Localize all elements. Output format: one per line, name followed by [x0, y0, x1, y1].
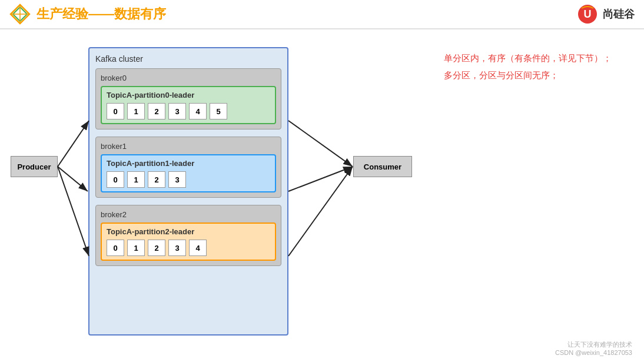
num-0-3: 3 [168, 103, 186, 119]
num-2-2: 2 [148, 240, 165, 256]
num-2-1: 1 [127, 240, 145, 256]
broker0-label: broker0 [101, 74, 276, 82]
num-2-3: 3 [168, 240, 186, 256]
main-content: Producer Consumer Kafka cluster broker0 … [0, 29, 644, 362]
svg-line-10 [288, 121, 353, 167]
broker2-label: broker2 [101, 210, 276, 219]
kafka-cluster: Kafka cluster broker0 TopicA-partition0-… [88, 47, 288, 336]
logo-text: 尚硅谷 [603, 7, 635, 21]
text-line-2: 多分区，分区与分区间无序； [444, 70, 632, 81]
logo-icon: U [576, 4, 599, 25]
text-line-1: 单分区内，有序（有条件的，详见下节）； [444, 53, 632, 64]
partition1-numbers: 0 1 2 3 [107, 171, 270, 188]
partition2-box: TopicA-partition2-leader 0 1 2 3 4 [101, 222, 276, 261]
partition2-numbers: 0 1 2 3 4 [107, 240, 270, 256]
svg-line-9 [58, 167, 89, 256]
broker1-box: broker1 TopicA-partition1-leader 0 1 2 3 [95, 137, 281, 198]
partition1-box: TopicA-partition1-leader 0 1 2 3 [101, 154, 276, 192]
svg-line-7 [58, 121, 89, 167]
svg-line-12 [288, 167, 353, 256]
watermark: 让天下没有难学的技术 CSDN @weixin_41827053 [555, 340, 632, 356]
kafka-cluster-label: Kafka cluster [95, 54, 281, 64]
consumer-box: Consumer [353, 156, 412, 177]
watermark-line1: 让天下没有难学的技术 [555, 340, 632, 349]
num-1-2: 2 [148, 171, 165, 188]
partition0-numbers: 0 1 2 3 4 5 [107, 103, 270, 119]
diagram-area: Producer Consumer Kafka cluster broker0 … [0, 29, 432, 362]
producer-box: Producer [11, 156, 58, 177]
num-0-0: 0 [107, 103, 124, 119]
diamond-icon [9, 4, 31, 25]
num-1-1: 1 [127, 171, 145, 188]
partition2-title: TopicA-partition2-leader [107, 227, 270, 236]
text-panel: 单分区内，有序（有条件的，详见下节）； 多分区，分区与分区间无序； [432, 29, 644, 362]
num-0-2: 2 [148, 103, 165, 119]
num-0-1: 1 [127, 103, 145, 119]
num-1-0: 0 [107, 171, 124, 188]
watermark-line2: CSDN @weixin_41827053 [555, 349, 632, 356]
num-0-4: 4 [189, 103, 207, 119]
partition1-title: TopicA-partition1-leader [107, 159, 270, 168]
svg-line-8 [58, 167, 88, 191]
svg-text:U: U [584, 8, 592, 20]
num-2-4: 4 [189, 240, 207, 256]
consumer-label: Consumer [364, 162, 401, 171]
page-title: 生产经验——数据有序 [36, 5, 166, 23]
svg-line-11 [288, 167, 353, 191]
num-1-3: 3 [168, 171, 186, 188]
broker2-box: broker2 TopicA-partition2-leader 0 1 2 3… [95, 205, 281, 266]
broker1-label: broker1 [101, 142, 276, 151]
header: 生产经验——数据有序 U 尚硅谷 [0, 0, 644, 29]
partition0-title: TopicA-partition0-leader [107, 91, 270, 99]
broker0-box: broker0 TopicA-partition0-leader 0 1 2 3… [95, 68, 281, 129]
num-2-0: 0 [107, 240, 124, 256]
num-0-5: 5 [210, 103, 227, 119]
partition0-box: TopicA-partition0-leader 0 1 2 3 4 5 [101, 86, 276, 124]
producer-label: Producer [17, 162, 51, 171]
logo: U 尚硅谷 [576, 4, 635, 25]
